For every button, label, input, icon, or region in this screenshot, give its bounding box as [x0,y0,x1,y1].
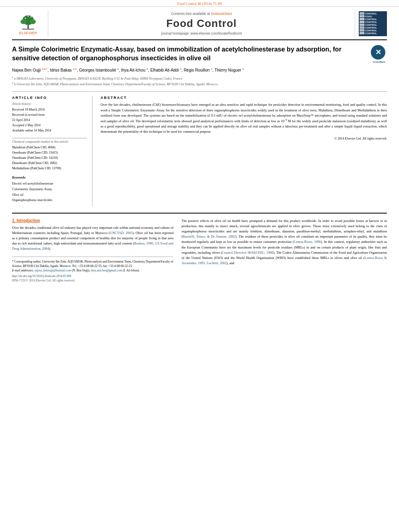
body-left-column: 1. Introduction Over the decades, tradit… [12,218,173,283]
keyword-3: Olive oil [12,192,87,198]
email2-link[interactable]: ihya.aitichou@gmail.com [91,269,122,272]
intro-right-text: The positive effects of olive oil on hea… [181,218,387,266]
svg-point-6 [25,18,26,19]
affiliations: a a IMAGES Laboratory, University of Per… [12,76,387,86]
sciencedirect-link[interactable]: ScienceDirect [211,12,232,16]
article-history: Article history: Received 19 March 2014 … [12,102,87,133]
lentza1-link[interactable]: Lentza-Rizos, 1996 [294,240,321,244]
email-addresses: E-mail addresses: najwa_henoujji@hotmail… [12,268,173,273]
copyright-line: © 2014 Elsevier Ltd. All rights reserved… [101,137,387,140]
journal-header: ELSEVIER Contents lists available at Sci… [12,7,387,40]
doi-line[interactable]: http://dx.doi.org/10.1016/j.foodcont.201… [12,274,173,278]
body-right-column: The positive effects of olive oil on hea… [181,218,387,283]
article-info-abstract: ARTICLE INFO Article history: Received 1… [12,91,387,206]
article-title: A Simple Colorimetric Enzymatic-Assay, b… [12,45,387,63]
introduction-title: 1. Introduction [12,218,173,223]
article-info-column: ARTICLE INFO Article history: Received 1… [12,96,93,206]
lentza2-link[interactable]: Lentza-Rizos & Avramides, 1995; Luchetti… [181,256,387,265]
page-container: Food Control 46 (2014) 75–80 ELSEV [0,0,399,532]
rastrelli-link[interactable]: Rastrelli, Totaro, & De Simone, 2002 [183,234,235,238]
svg-point-3 [21,19,27,24]
svg-point-4 [29,19,36,24]
elsevier-tree-icon [14,12,42,30]
history-accepted: Accepted 2 May 2014 [12,123,87,128]
crossmark-badge[interactable]: ✕ CrossMark [371,45,387,61]
without-word: without [271,124,282,128]
svg-rect-5 [22,29,34,30]
history-online: Available online 16 May 2014 [12,128,87,134]
keywords-label: Keywords: [12,176,87,179]
history-label: Article history: [12,102,87,106]
boskou-link[interactable]: Boskou, 1996; US Food and Drug Administr… [12,241,173,251]
footnote-section: * Corresponding author. University Ibn Z… [12,257,173,283]
corresponding-author-note: * Corresponding author. University Ibn Z… [12,259,173,269]
abstract-column: ABSTRACT Over the last decades, cholines… [101,96,387,206]
crossmark-icon: ✕ [375,49,381,56]
authors-line: Najwa Ben Oujji a,b,*, Idriss Bakas a,b,… [12,67,387,73]
chemical-compounds: Chemical compounds studied in this artic… [12,140,87,171]
keyword-1: Electric eel acetylcholinesterase [12,181,87,187]
food-control-banner: CONTROL FOOD CONTROL CONTROL CONTROL [359,11,387,36]
compound-omethoate1: Omethoate (PubChem CID; 15415) [12,150,87,156]
intro-left-text: Over the decades, traditional olive oil … [12,225,173,252]
journal-title-text: Food Control [56,17,347,30]
history-revised-date: 22 April 2014 [12,118,87,123]
chemical-label: Chemical compounds studied in this artic… [12,140,87,144]
keyword-2: Colorimetric Enzymatic-Assay [12,187,87,192]
elsevier-brand-text: ELSEVIER [19,31,37,35]
body-two-column: 1. Introduction Over the decades, tradit… [12,213,387,283]
svg-point-8 [27,16,29,17]
abstract-heading: ABSTRACT [101,96,387,100]
keyword-4: Organophosphorus insecticides [12,197,87,203]
keywords-section: Keywords: Electric eel acetylcholinester… [12,176,87,203]
contents-line: Contents lists available at ScienceDirec… [56,12,347,16]
journal-citation: Food Control 46 (2014) 75–80 [177,2,222,6]
svg-point-7 [30,16,31,18]
issn-line: 0956-7135/© 2014 Elsevier Ltd. All right… [12,279,173,282]
journal-right-banner: CONTROL FOOD CONTROL CONTROL CONTROL [355,10,387,37]
journal-homepage: journal homepage: www.elsevier.com/locat… [56,31,347,35]
elsevier-logo-section: ELSEVIER [12,10,48,37]
council-link[interactable]: Council Directive 90/642/EEC, 1990 [222,251,273,255]
abstract-text: Over the last decades, cholinesterase (C… [101,102,387,134]
article-info-heading: ARTICLE INFO [12,96,87,100]
compound-dimethoate: Dimethoate (PubChem CID; 3082) [12,161,87,166]
top-citation-bar: Food Control 46 (2014) 75–80 [0,0,399,7]
email1-link[interactable]: najwa_henoujji@hotmail.com [35,269,71,272]
article-content: A Simple Colorimetric Enzymatic-Assay, b… [12,40,387,282]
compound-malathion: Malathion (PubChem CID; 4004) [12,145,87,150]
compound-methidathion: Methidathion (PubChem CID; 13709) [12,166,87,171]
journal-center-info: Contents lists available at ScienceDirec… [48,10,355,37]
unctad-link[interactable]: UNCTAD, 2003 [110,231,133,235]
history-revised-label: Received in revised form [12,113,87,118]
history-received: Received 19 March 2014 [12,107,87,113]
compound-omethoate2: Omethoate (PubChem CID: 14210) [12,156,87,161]
